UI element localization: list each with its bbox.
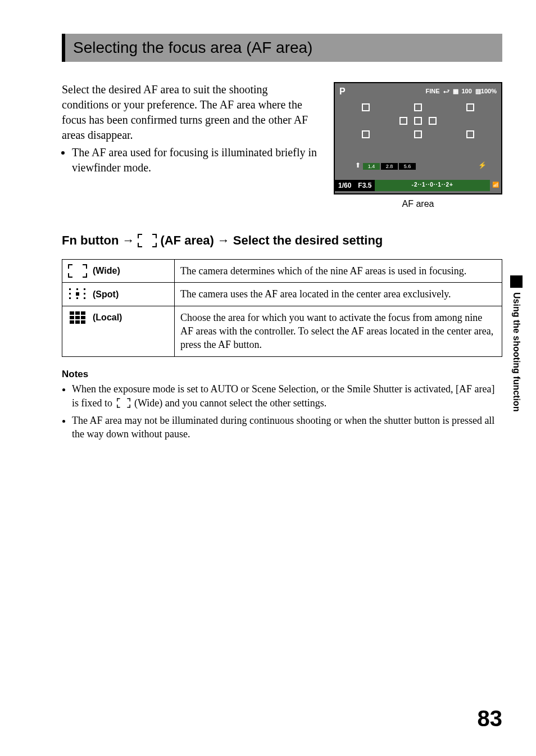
option-description: Choose the area for which you want to ac… bbox=[175, 306, 502, 356]
lcd-ev-scale: -2··1··0··1··2+ bbox=[375, 180, 490, 191]
lcd-flash-icon: ⚡ bbox=[478, 161, 487, 170]
lcd-aperture-box: 2.8 bbox=[381, 163, 398, 170]
lcd-af-area-grid bbox=[362, 103, 474, 138]
lcd-shutter-value: 1/60 bbox=[335, 180, 355, 191]
arrow-right-icon: → bbox=[122, 232, 134, 249]
section-side-tab: Using the shooting function bbox=[510, 275, 523, 411]
notes-list: When the exposure mode is set to AUTO or… bbox=[62, 382, 502, 441]
note-text-pre: The AF area may not be illuminated durin… bbox=[72, 415, 494, 440]
lcd-fstop-value: F3.5 bbox=[355, 180, 375, 191]
lcd-mode-indicator: P bbox=[339, 85, 346, 98]
lcd-caption: AF area bbox=[334, 198, 502, 210]
subhead-part-afarea: (AF area) bbox=[160, 232, 214, 249]
notes-heading: Notes bbox=[62, 368, 502, 381]
local-icon bbox=[68, 311, 87, 324]
subhead-part-fn: Fn button bbox=[62, 232, 119, 249]
lcd-bottom-row: 1/60 F3.5 -2··1··0··1··2+ 📶 bbox=[335, 180, 501, 191]
wide-icon bbox=[117, 398, 130, 408]
option-label: (Wide) bbox=[93, 265, 120, 277]
lcd-aperture-box: 5.6 bbox=[399, 163, 416, 170]
spot-icon bbox=[68, 287, 87, 301]
lcd-preview: P FINE ⮐ ▦ 100 ▥100% ⬆ bbox=[334, 82, 502, 210]
intro-text-block: Select the desired AF area to suit the s… bbox=[62, 82, 317, 210]
lcd-exposure-scale: ⬆ 1.4 2.8 5.6 ⚡ bbox=[363, 163, 484, 176]
page-heading: Selecting the focus area (AF area) bbox=[62, 34, 502, 62]
lcd-remaining: 100 bbox=[462, 87, 472, 96]
lcd-card-icon: ⮐ bbox=[443, 87, 449, 96]
lcd-size-icon: ▦ bbox=[453, 87, 458, 96]
page-number: 83 bbox=[478, 703, 503, 734]
table-row: (Local) Choose the area for which you wa… bbox=[62, 306, 502, 356]
procedure-subheading: Fn button → (AF area) → Select the desir… bbox=[62, 232, 502, 249]
lcd-quality-icon: FINE bbox=[425, 87, 439, 96]
arrow-right-icon: → bbox=[217, 232, 230, 249]
wide-icon bbox=[68, 264, 87, 278]
table-row: (Wide) The camera determines which of th… bbox=[62, 260, 502, 283]
option-label: (Local) bbox=[93, 311, 122, 324]
note-item: When the exposure mode is set to AUTO or… bbox=[72, 382, 502, 413]
af-area-icon bbox=[138, 234, 157, 247]
option-label: (Spot) bbox=[93, 288, 119, 301]
lcd-scale-arrow-icon: ⬆ bbox=[355, 161, 361, 170]
lcd-top-right-status: FINE ⮐ ▦ 100 ▥100% bbox=[425, 87, 497, 96]
lcd-battery-icon: ▥100% bbox=[475, 87, 497, 96]
intro-bullet: The AF area used for focusing is illumin… bbox=[72, 145, 317, 175]
option-description: The camera uses the AF area located in t… bbox=[175, 283, 502, 306]
lcd-screen: P FINE ⮐ ▦ 100 ▥100% ⬆ bbox=[334, 82, 502, 194]
note-item: The AF area may not be illuminated durin… bbox=[72, 414, 502, 441]
subhead-part-select: Select the desired setting bbox=[233, 232, 383, 249]
option-description: The camera determines which of the nine … bbox=[175, 260, 502, 283]
options-table: (Wide) The camera determines which of th… bbox=[62, 259, 502, 356]
lcd-signal-icon: 📶 bbox=[490, 180, 501, 191]
intro-paragraph: Select the desired AF area to suit the s… bbox=[62, 82, 317, 143]
lcd-aperture-box: 1.4 bbox=[363, 163, 380, 170]
table-row: (Spot) The camera uses the AF area locat… bbox=[62, 283, 502, 306]
note-text-post: (Wide) and you cannot select the other s… bbox=[134, 397, 326, 409]
